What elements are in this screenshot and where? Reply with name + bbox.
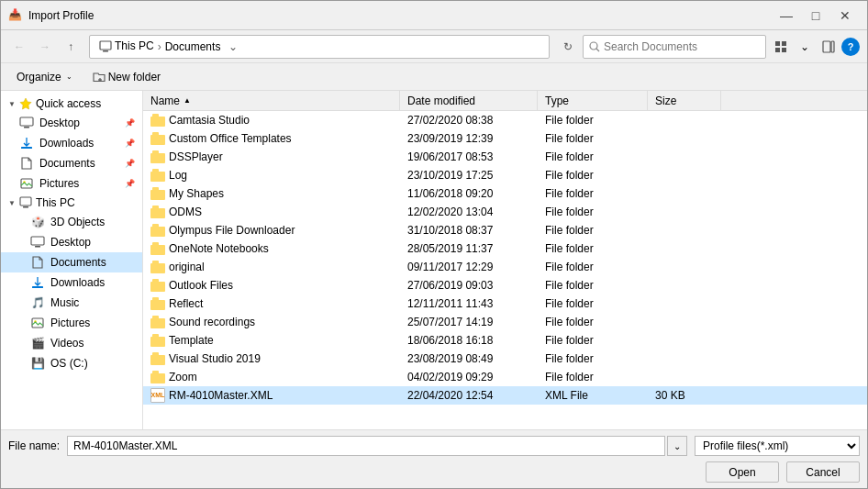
file-name: My Shapes [169, 187, 224, 200]
drive-icon: 💾 [30, 356, 45, 371]
sidebar-item-os-c[interactable]: 💾 OS (C:) [1, 353, 142, 373]
column-size[interactable]: Size [648, 91, 721, 110]
file-name: Reflect [169, 297, 203, 310]
table-row[interactable]: My Shapes11/06/2018 09:20File folder [143, 184, 867, 203]
address-computer[interactable]: This PC [95, 38, 158, 55]
file-date: 25/07/2017 14:19 [400, 313, 538, 330]
preview-pane-button[interactable] [818, 36, 840, 58]
sidebar-group-this-pc[interactable]: ▼ This PC [1, 194, 142, 212]
file-name: Log [169, 169, 187, 182]
new-folder-button[interactable]: New folder [84, 67, 169, 87]
filename-input[interactable] [67, 436, 665, 456]
file-size: 30 KB [648, 386, 721, 404]
file-date: 27/02/2020 08:38 [400, 111, 538, 128]
table-row[interactable]: XMLRM-4010Master.XML22/04/2020 12:54XML … [143, 386, 867, 405]
sidebar-item-downloads-pc[interactable]: Downloads [1, 272, 142, 293]
organize-button[interactable]: Organize ⌄ [8, 67, 81, 87]
filetype-select[interactable]: Profile files(*.xml)All Files (*.*) [695, 436, 860, 456]
table-row[interactable]: ODMS12/02/2020 13:04File folder [143, 203, 867, 221]
file-size [648, 221, 721, 239]
file-date: 11/06/2018 09:20 [400, 184, 538, 202]
svg-rect-18 [20, 197, 31, 206]
maximize-button[interactable]: □ [801, 1, 830, 30]
search-input[interactable] [604, 40, 760, 53]
folder-icon [150, 114, 165, 127]
file-type: File folder [538, 350, 648, 367]
file-date: 12/11/2011 11:43 [400, 295, 538, 312]
view-dropdown-button[interactable]: ⌄ [794, 36, 816, 58]
cancel-button[interactable]: Cancel [786, 461, 860, 483]
table-row[interactable]: Log23/10/2019 17:25File folder [143, 166, 867, 184]
actions-bar: Organize ⌄ New folder [1, 63, 867, 91]
sidebar-item-documents-pc[interactable]: Documents [1, 252, 142, 272]
file-type: File folder [538, 148, 648, 165]
file-size [648, 350, 721, 367]
address-dropdown-button[interactable]: ⌄ [224, 38, 242, 56]
close-button[interactable]: ✕ [830, 1, 860, 30]
file-size [648, 111, 721, 128]
file-type: File folder [538, 166, 648, 183]
sidebar-item-documents-quick[interactable]: Documents 📌 [1, 153, 142, 173]
table-row[interactable]: DSSPlayer19/06/2017 08:53File folder [143, 148, 867, 166]
change-view-button[interactable] [770, 36, 792, 58]
file-name: Template [169, 334, 214, 347]
3dobjects-icon: 🎲 [30, 215, 45, 229]
column-type[interactable]: Type [538, 91, 648, 110]
sidebar-item-desktop-pc[interactable]: Desktop [1, 232, 142, 252]
table-row[interactable]: Camtasia Studio27/02/2020 08:38File fold… [143, 111, 867, 129]
svg-rect-4 [775, 41, 780, 46]
table-row[interactable]: OneNote Notebooks28/05/2019 11:37File fo… [143, 239, 867, 258]
file-type: File folder [538, 258, 648, 275]
forward-button[interactable]: → [34, 36, 56, 58]
svg-rect-20 [31, 237, 44, 245]
sidebar-item-pictures-pc[interactable]: Pictures [1, 313, 142, 333]
minimize-button[interactable]: — [772, 1, 801, 30]
file-size [648, 239, 721, 257]
file-date: 31/10/2018 08:37 [400, 221, 538, 239]
help-button[interactable]: ? [841, 38, 860, 56]
table-row[interactable]: Visual Studio 201923/08/2019 08:49File f… [143, 350, 867, 368]
table-row[interactable]: Template18/06/2018 16:18File folder [143, 331, 867, 350]
table-row[interactable]: original09/11/2017 12:29File folder [143, 258, 867, 276]
svg-rect-21 [35, 246, 40, 248]
back-button[interactable]: ← [8, 36, 30, 58]
table-row[interactable]: Olympus File Downloader31/10/2018 08:37F… [143, 221, 867, 239]
sidebar-item-videos[interactable]: 🎬 Videos [1, 333, 142, 353]
file-size [648, 368, 721, 385]
refresh-button[interactable]: ↻ [557, 36, 579, 58]
sidebar-group-quick-access[interactable]: ▼ Quick access [1, 94, 142, 113]
sidebar-item-downloads-quick[interactable]: Downloads 📌 [1, 133, 142, 153]
file-type: File folder [538, 111, 648, 128]
table-row[interactable]: Custom Office Templates23/09/2019 12:39F… [143, 129, 867, 148]
pin-icon-desktop: 📌 [125, 118, 135, 128]
column-date[interactable]: Date modified [400, 91, 538, 110]
file-scroll[interactable]: Camtasia Studio27/02/2020 08:38File fold… [143, 111, 867, 429]
table-row[interactable]: Outlook Files27/06/2019 09:03File folder [143, 276, 867, 295]
up-button[interactable]: ↑ [60, 36, 82, 58]
sidebar-item-3dobjects[interactable]: 🎲 3D Objects [1, 212, 142, 232]
file-size [648, 184, 721, 202]
file-list-container: Name ▲ Date modified Type Size Camtasia … [143, 91, 867, 429]
open-button[interactable]: Open [706, 461, 779, 483]
table-row[interactable]: Sound recordings25/07/2017 14:19File fol… [143, 313, 867, 331]
file-type: File folder [538, 129, 648, 147]
column-name[interactable]: Name ▲ [143, 91, 400, 110]
videos-icon: 🎬 [30, 336, 45, 350]
file-size [648, 295, 721, 312]
sidebar-item-pictures-quick[interactable]: Pictures 📌 [1, 173, 142, 194]
address-documents[interactable]: Documents [161, 39, 225, 55]
sidebar-item-desktop-quick[interactable]: Desktop 📌 [1, 113, 142, 133]
table-row[interactable]: Zoom04/02/2019 09:29File folder [143, 368, 867, 386]
file-size [648, 203, 721, 220]
svg-rect-9 [831, 41, 834, 52]
file-name: DSSPlayer [169, 150, 223, 163]
folder-icon [150, 261, 165, 273]
organize-dropdown-arrow: ⌄ [66, 72, 72, 81]
sidebar-item-music[interactable]: 🎵 Music [1, 293, 142, 313]
file-type: XML File [538, 386, 648, 404]
svg-rect-8 [823, 41, 830, 52]
filename-dropdown-button[interactable]: ⌄ [667, 436, 687, 456]
table-row[interactable]: Reflect12/11/2011 11:43File folder [143, 295, 867, 313]
folder-icon [150, 334, 165, 347]
view-controls: ⌄ ? [770, 36, 860, 58]
